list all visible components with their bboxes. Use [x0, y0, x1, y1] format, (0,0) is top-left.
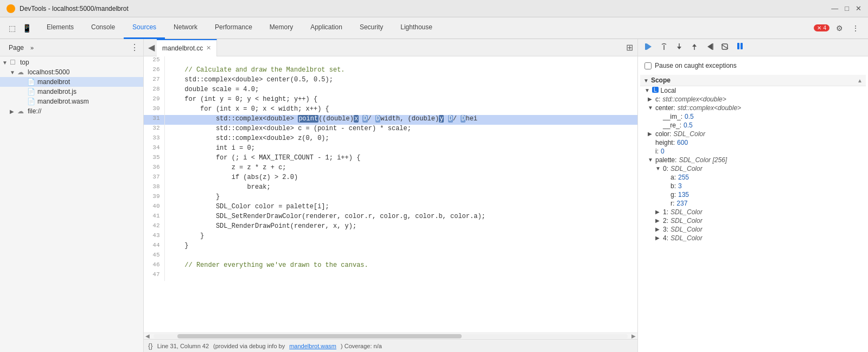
scope-value-i: 0	[661, 148, 665, 155]
svg-rect-12	[741, 43, 743, 49]
scope-item-palette[interactable]: ▼ palette: SDL_Color [256]	[640, 156, 866, 164]
tab-performance[interactable]: Performance	[206, 17, 261, 39]
pause-execution-button[interactable]	[733, 41, 746, 54]
inspect-icon[interactable]: ⬚	[7, 23, 18, 34]
file-tab-close-icon[interactable]: ✕	[206, 44, 211, 52]
tab-memory[interactable]: Memory	[261, 17, 302, 39]
scope-item-palette-3[interactable]: ▶ 3: SDL_Color	[640, 225, 866, 234]
code-area: 25 26 // Calculate and draw the Mandelbr…	[144, 56, 637, 339]
more-menu-button[interactable]: ⋮	[850, 23, 861, 34]
scope-item-palette-0-b[interactable]: b: 3	[640, 182, 866, 190]
scope-item-center[interactable]: ▼ center: std::complex<double>	[640, 104, 866, 112]
more-tabs-icon[interactable]: »	[30, 44, 34, 51]
scope-expand-c: ▶	[648, 96, 655, 102]
settings-button[interactable]: ⚙	[834, 23, 845, 34]
scope-item-i[interactable]: i: 0	[640, 147, 866, 156]
scope-key-c: c:	[655, 95, 660, 103]
scope-item-palette-0-g[interactable]: g: 135	[640, 190, 866, 199]
file-icon-mandelbrot-js: 📄	[27, 88, 36, 95]
tree-item-localhost[interactable]: ▼ ☁ localhost:5000	[0, 67, 143, 77]
scope-header[interactable]: ▼ Scope ▲	[640, 75, 866, 86]
tree-item-top[interactable]: ▼ ☐ top	[0, 57, 143, 67]
scope-item-palette-0[interactable]: ▼ 0: SDL_Color	[640, 164, 866, 173]
line-code-46: // Render everything we've drawn to the …	[164, 261, 637, 271]
tab-console[interactable]: Console	[82, 17, 124, 39]
tab-elements[interactable]: Elements	[38, 17, 82, 39]
expand-icon[interactable]: ⊞	[624, 42, 635, 53]
scope-item-palette-0-a[interactable]: a: 255	[640, 173, 866, 182]
h-scroll-right-icon[interactable]: ▶	[630, 333, 637, 339]
line-num-29: 29	[144, 95, 164, 105]
resume-button[interactable]	[642, 41, 655, 54]
line-code-33: std::complex<double> z(0, 0);	[164, 135, 637, 144]
scope-item-palette-2[interactable]: ▶ 2: SDL_Color	[640, 216, 866, 225]
tree-label-mandelbrot: mandelbrot	[37, 78, 70, 86]
close-button[interactable]: ✕	[856, 4, 861, 12]
page-tab[interactable]: Page	[4, 42, 28, 54]
scope-item-im[interactable]: __im_: 0.5	[640, 112, 866, 121]
source-map-link[interactable]: mandelbrot.wasm	[289, 343, 336, 349]
step-into-button[interactable]	[673, 41, 686, 54]
debug-toolbar	[638, 39, 868, 56]
tab-sources[interactable]: Sources	[124, 17, 165, 39]
cloud-icon-localhost: ☁	[17, 68, 26, 76]
scope-local-header[interactable]: ▼ L Local	[640, 86, 866, 95]
scope-key-palette: palette:	[655, 156, 676, 164]
scope-item-palette-4[interactable]: ▶ 4: SDL_Color	[640, 234, 866, 242]
tree-item-file[interactable]: ▶ ☁ file://	[0, 106, 143, 116]
tree-label-file: file://	[28, 107, 41, 115]
scope-local-expand-icon: ▼	[644, 87, 652, 93]
nav-bar: ⬚ 📱 Elements Console Sources Network Per…	[0, 17, 868, 39]
file-tab-mandelbrot[interactable]: mandelbrot.cc ✕	[157, 39, 217, 56]
tree-item-mandelbrot[interactable]: 📄 mandelbrot	[0, 77, 143, 87]
tab-network[interactable]: Network	[165, 17, 206, 39]
scope-item-re[interactable]: __re_: 0.5	[640, 121, 866, 130]
scope-item-palette-1[interactable]: ▶ 1: SDL_Color	[640, 208, 866, 216]
h-scrollbar-track[interactable]	[154, 334, 628, 338]
error-badge[interactable]: ✕ 4	[814, 24, 829, 31]
step-over-button[interactable]	[658, 41, 671, 54]
format-icon[interactable]: {}	[148, 342, 153, 350]
line-num-26: 26	[144, 66, 164, 76]
line-code-45	[164, 252, 637, 261]
line-code-29: for (int y = 0; y < height; y++) {	[164, 95, 637, 105]
code-line-33: 33 std::complex<double> z(0, 0);	[144, 135, 637, 144]
scope-collapse-icon: ▼	[643, 78, 649, 84]
scope-item-height[interactable]: height: 600	[640, 138, 866, 147]
tab-application[interactable]: Application	[302, 17, 351, 39]
scope-value-palette-0-r: 237	[676, 200, 687, 207]
deactivate-button[interactable]	[718, 41, 731, 54]
maximize-button[interactable]: □	[845, 4, 849, 12]
line-code-37: if (abs(z) > 2.0)	[164, 174, 637, 183]
step-back-button[interactable]	[703, 41, 716, 54]
code-line-37: 37 if (abs(z) > 2.0)	[144, 174, 637, 183]
tree-item-mandelbrot-wasm[interactable]: 📄 mandelbrot.wasm	[0, 97, 143, 106]
code-line-39: 39 }	[144, 193, 637, 203]
h-scrollbar[interactable]: ◀ ▶	[144, 332, 637, 339]
tab-lighthouse[interactable]: Lighthouse	[392, 17, 441, 39]
h-scroll-left-icon[interactable]: ◀	[144, 333, 151, 339]
code-line-40: 40 SDL_Color color = palette[i];	[144, 203, 637, 213]
scope-item-palette-0-r[interactable]: r: 237	[640, 199, 866, 208]
scope-header-right-icon: ▲	[857, 78, 863, 84]
tree-item-mandelbrot-js[interactable]: 📄 mandelbrot.js	[0, 87, 143, 97]
code-line-27: 27 std::complex<double> center(0.5, 0.5)…	[144, 76, 637, 86]
panel-options-icon[interactable]: ⋮	[130, 42, 139, 53]
line-code-39: }	[164, 193, 637, 203]
scope-local-badge: L	[652, 87, 659, 93]
scope-item-c[interactable]: ▶ c: std::complex<double>	[640, 95, 866, 104]
line-num-42: 42	[144, 222, 164, 232]
tab-security[interactable]: Security	[351, 17, 392, 39]
code-scroll[interactable]: 25 26 // Calculate and draw the Mandelbr…	[144, 56, 637, 332]
scope-item-color[interactable]: ▶ color: SDL_Color	[640, 130, 866, 138]
right-content: Pause on caught exceptions ▼ Scope ▲ ▼ L…	[638, 56, 868, 352]
line-code-41: SDL_SetRenderDrawColor(renderer, color.r…	[164, 213, 637, 222]
svg-rect-1	[645, 43, 647, 50]
minimize-button[interactable]: —	[831, 4, 838, 12]
pause-caught-checkbox[interactable]	[644, 62, 652, 69]
step-out-button[interactable]	[688, 41, 701, 54]
device-icon[interactable]: 📱	[20, 23, 34, 34]
file-tab-nav-icon[interactable]: ◀	[146, 42, 157, 53]
svg-marker-4	[677, 47, 681, 49]
h-scrollbar-thumb[interactable]	[177, 334, 462, 338]
